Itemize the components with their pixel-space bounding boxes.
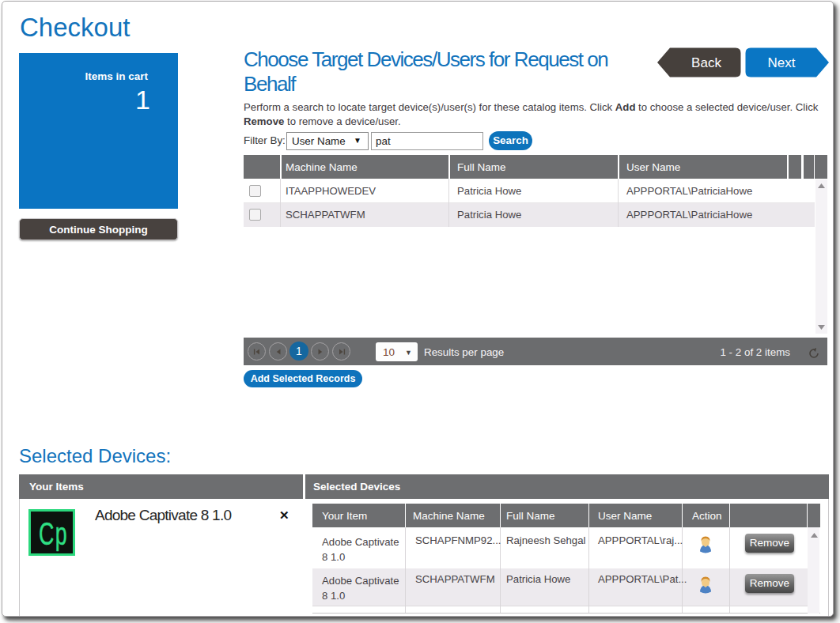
svg-text:Next: Next (768, 55, 796, 70)
svg-text:Back: Back (691, 55, 721, 70)
